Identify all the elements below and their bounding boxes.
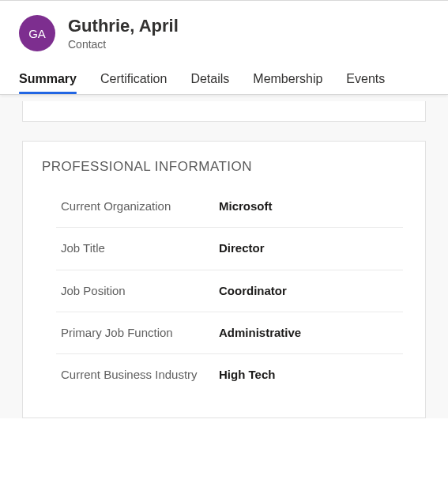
field-value: Administrative — [219, 325, 301, 341]
tab-summary[interactable]: Summary — [19, 67, 77, 94]
field-list: Current Organization Microsoft Job Title… — [42, 186, 406, 395]
identity-block: GA Guthrie, April Contact — [0, 1, 448, 62]
field-row-current-business-industry: Current Business Industry High Tech — [56, 354, 403, 395]
content-area: PROFESSIONAL INFORMATION Current Organiz… — [0, 95, 448, 418]
field-label: Current Business Industry — [61, 367, 219, 383]
avatar-initials: GA — [28, 27, 46, 40]
header-region: GA Guthrie, April Contact Summary Certif… — [0, 0, 448, 95]
field-value: Microsoft — [219, 198, 273, 214]
previous-card-fragment — [22, 101, 426, 122]
section-heading: PROFESSIONAL INFORMATION — [42, 159, 406, 175]
tab-certification[interactable]: Certification — [100, 67, 167, 94]
tab-membership[interactable]: Membership — [253, 67, 322, 94]
tab-details[interactable]: Details — [190, 67, 229, 94]
field-row-job-title: Job Title Director — [56, 228, 403, 270]
record-subtitle: Contact — [68, 38, 179, 51]
field-row-job-position: Job Position Coordinator — [56, 270, 403, 312]
field-label: Current Organization — [61, 198, 219, 214]
field-label: Job Position — [61, 283, 219, 299]
field-label: Job Title — [61, 240, 219, 256]
field-row-current-organization: Current Organization Microsoft — [56, 186, 403, 228]
field-label: Primary Job Function — [61, 325, 219, 341]
professional-information-card: PROFESSIONAL INFORMATION Current Organiz… — [22, 141, 426, 418]
name-block: Guthrie, April Contact — [68, 16, 179, 50]
avatar: GA — [19, 15, 55, 51]
tab-strip: Summary Certification Details Membership… — [0, 62, 448, 94]
field-value: Director — [219, 240, 265, 256]
field-value: High Tech — [219, 367, 275, 383]
tab-events[interactable]: Events — [346, 67, 385, 94]
field-row-primary-job-function: Primary Job Function Administrative — [56, 312, 403, 354]
record-title: Guthrie, April — [68, 16, 179, 36]
field-value: Coordinator — [219, 283, 287, 299]
